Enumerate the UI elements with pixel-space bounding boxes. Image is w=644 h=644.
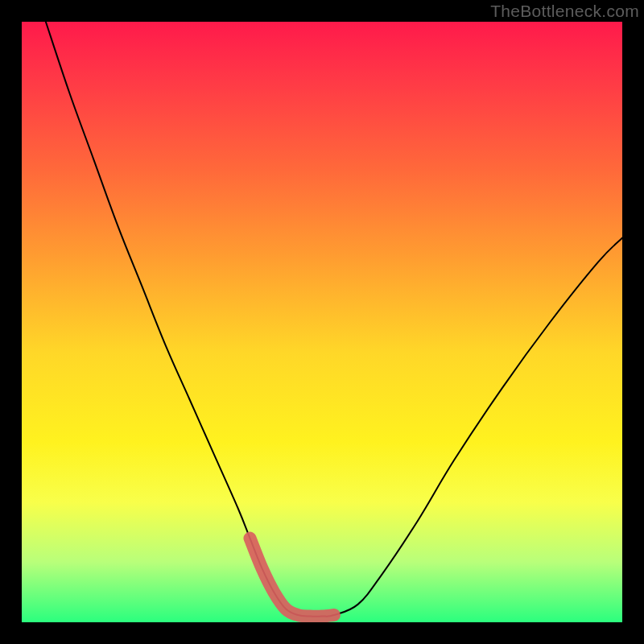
- curve-highlight: [250, 539, 333, 617]
- plot-area: [22, 22, 622, 622]
- watermark-text: TheBottleneck.com: [490, 2, 639, 21]
- chart-canvas: [22, 22, 622, 622]
- chart-stage: { "watermark": "TheBottleneck.com", "cha…: [0, 0, 644, 644]
- bottleneck-curve: [46, 22, 622, 617]
